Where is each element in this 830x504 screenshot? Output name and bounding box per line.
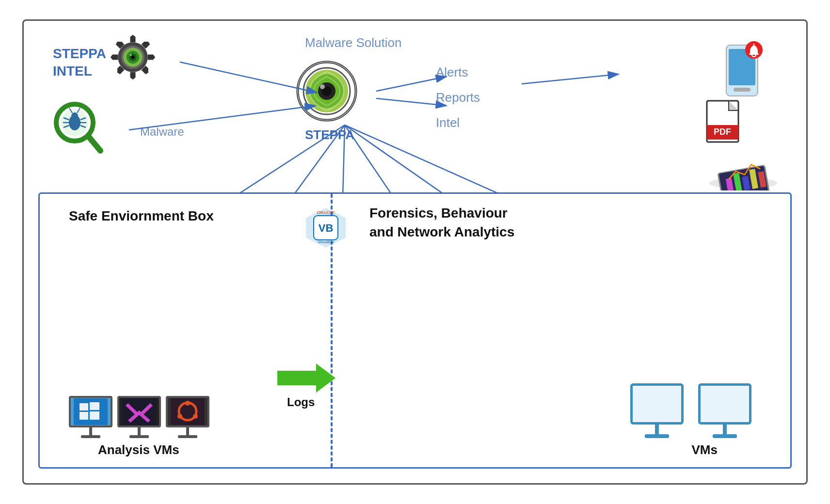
output-labels: Alerts Reports Intel bbox=[436, 60, 480, 135]
monitor-stand-3 bbox=[186, 427, 189, 435]
monitor-stand-2 bbox=[138, 427, 141, 435]
top-section: STEPPA INTEL bbox=[24, 21, 806, 215]
svg-point-75 bbox=[193, 414, 198, 419]
vm-screen-1 bbox=[630, 383, 684, 425]
svg-rect-65 bbox=[90, 411, 99, 420]
svg-text:ORACLE: ORACLE bbox=[317, 210, 335, 215]
malware-solution-label: Malware Solution bbox=[305, 35, 401, 50]
steppa-intel-label: STEPPA INTEL bbox=[53, 45, 106, 80]
logs-label: Logs bbox=[287, 395, 315, 409]
svg-text:PDF: PDF bbox=[714, 127, 731, 137]
svg-point-6 bbox=[129, 54, 131, 56]
vm-screen-2 bbox=[698, 383, 751, 425]
main-container: STEPPA INTEL bbox=[22, 19, 808, 485]
bug-magnifier-icon bbox=[48, 98, 106, 157]
svg-marker-76 bbox=[277, 363, 335, 393]
phone-notification-icon bbox=[719, 35, 767, 94]
vm-stand-2 bbox=[723, 425, 727, 434]
right-vms-group bbox=[630, 383, 751, 438]
vm-base-2 bbox=[713, 434, 737, 438]
monitor-base-2 bbox=[129, 435, 149, 438]
monitor-base-3 bbox=[178, 435, 197, 438]
alerts-label: Alerts bbox=[436, 60, 480, 85]
steppa-eye-icon bbox=[295, 60, 358, 123]
forensics-label: Forensics, Behaviour and Network Analyti… bbox=[369, 204, 514, 241]
reports-label: Reports bbox=[436, 85, 480, 110]
vm-base-1 bbox=[645, 434, 669, 438]
svg-rect-62 bbox=[80, 403, 88, 410]
vm-stand-1 bbox=[655, 425, 659, 434]
chart-analytics-icon bbox=[704, 142, 777, 190]
gear-icon bbox=[106, 31, 160, 84]
safe-env-label: Safe Enviornment Box bbox=[69, 208, 214, 224]
malware-label: Malware bbox=[140, 125, 184, 139]
vms-label: VMs bbox=[692, 442, 718, 457]
linux-monitor bbox=[117, 396, 161, 438]
svg-line-19 bbox=[88, 136, 100, 151]
svg-text:VB: VB bbox=[319, 222, 334, 234]
virtualbox-icon: VB ORACLE VirtualBox bbox=[302, 204, 350, 252]
intel-label: Intel bbox=[436, 110, 480, 135]
vm-monitor-1 bbox=[630, 383, 684, 438]
linux-screen bbox=[117, 396, 161, 427]
logs-arrow bbox=[277, 363, 335, 394]
svg-point-74 bbox=[177, 414, 182, 419]
analysis-vms-label: Analysis VMs bbox=[98, 442, 179, 457]
monitor-stand-1 bbox=[89, 427, 92, 435]
bottom-box: Safe Enviornment Box VB ORACLE VirtualBo… bbox=[38, 192, 792, 469]
ubuntu-screen bbox=[166, 396, 209, 427]
svg-rect-64 bbox=[80, 412, 88, 420]
svg-text:VirtualBox: VirtualBox bbox=[318, 240, 334, 244]
ubuntu-monitor bbox=[166, 396, 209, 438]
monitor-base-1 bbox=[81, 435, 100, 438]
steppa-center-label: STEPPA bbox=[305, 127, 354, 142]
svg-point-5 bbox=[131, 56, 135, 59]
svg-line-49 bbox=[522, 74, 619, 84]
windows-monitor bbox=[69, 396, 112, 438]
vm-monitor-2 bbox=[698, 383, 751, 438]
svg-point-73 bbox=[185, 401, 190, 406]
analysis-vms-group bbox=[69, 396, 209, 438]
svg-rect-63 bbox=[90, 402, 99, 410]
windows-screen bbox=[69, 396, 112, 427]
svg-point-26 bbox=[320, 84, 325, 89]
svg-point-10 bbox=[71, 112, 78, 119]
svg-rect-30 bbox=[734, 88, 750, 92]
